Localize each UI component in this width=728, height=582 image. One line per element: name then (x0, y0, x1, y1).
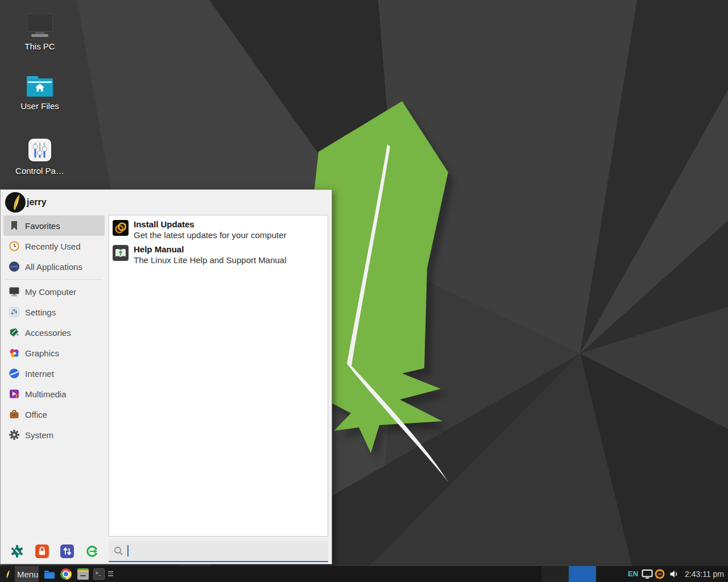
clock[interactable]: 2:43:11 pm (685, 566, 724, 582)
terminal-launcher[interactable]: >_ (93, 568, 105, 580)
keyboard-layout-indicator[interactable]: EN (628, 566, 638, 582)
sidebar-item-multimedia[interactable]: Multimedia (3, 384, 105, 404)
desktop-icon-label: Control Pa… (3, 166, 76, 176)
sidebar-item-label: All Applications (25, 262, 82, 272)
help-manual-icon (113, 245, 129, 261)
sidebar-item-graphics[interactable]: Graphics (3, 343, 105, 363)
sidebar-separator (6, 279, 102, 280)
graphics-icon (9, 347, 20, 359)
sidebar-item-label: Accessories (25, 328, 71, 338)
app-subtitle: Get the latest updates for your computer (134, 230, 286, 240)
taskbar: Menu >_ EN (0, 566, 728, 582)
briefcase-icon (9, 409, 20, 420)
lock-icon (35, 544, 49, 558)
menu-apps-panel: Install Updates Get the latest updates f… (109, 215, 328, 537)
volume-tray-icon[interactable] (669, 569, 679, 579)
archive-launcher[interactable] (77, 568, 89, 580)
chrome-launcher[interactable] (60, 568, 72, 580)
taskbar-menu-button[interactable]: Menu (0, 566, 39, 582)
sidebar-item-system[interactable]: System (3, 425, 105, 445)
sidebar-item-label: Multimedia (25, 389, 67, 399)
internet-globe-icon (9, 368, 20, 379)
settings-manager-button[interactable] (10, 544, 24, 558)
gear-icon (9, 429, 20, 440)
sidebar-item-label: System (25, 430, 53, 440)
desktop-icon-this-pc[interactable]: This PC (3, 14, 76, 51)
settings-manager-gear-icon (10, 544, 24, 558)
app-menu-window: jerry Favorites Recently Used All Applic… (0, 189, 332, 564)
linuxlite-feather-icon (5, 192, 26, 213)
sidebar-item-internet[interactable]: Internet (3, 363, 105, 384)
sidebar-item-label: Recently Used (25, 242, 81, 251)
file-cabinet-icon (80, 575, 86, 576)
desktop-icon-label: User Files (3, 101, 76, 111)
sidebar-item-favorites[interactable]: Favorites (3, 215, 105, 236)
control-panel-icon (28, 139, 51, 161)
sidebar-item-label: My Computer (25, 287, 76, 297)
up-down-arrows-icon (60, 544, 74, 558)
app-title: Install Updates (134, 219, 286, 230)
sidebar-item-my-computer[interactable]: My Computer (3, 281, 105, 302)
lock-screen-button[interactable] (35, 544, 49, 558)
sidebar-item-label: Settings (25, 307, 56, 317)
display-tray-icon[interactable] (642, 569, 653, 579)
sidebar-item-accessories[interactable]: Accessories (3, 322, 105, 343)
sidebar-item-recently-used[interactable]: Recently Used (3, 236, 105, 256)
sidebar-item-settings[interactable]: Settings (3, 302, 105, 322)
all-apps-icon (9, 261, 20, 272)
menu-search-input[interactable] (109, 541, 328, 562)
desktop-icon-control-panel[interactable]: Control Pa… (3, 139, 76, 176)
sidebar-item-office[interactable]: Office (3, 404, 105, 425)
workspace-2-active[interactable] (569, 566, 596, 582)
workspace-1[interactable] (541, 566, 569, 582)
window-list-handle[interactable] (108, 571, 113, 577)
computer-icon (9, 286, 20, 297)
accessories-icon (9, 327, 20, 338)
linuxlite-feather-icon (0, 566, 15, 582)
app-item-install-updates[interactable]: Install Updates Get the latest updates f… (113, 218, 324, 243)
app-subtitle: The Linux Lite Help and Support Manual (134, 255, 287, 265)
bookmark-icon (9, 220, 20, 231)
folder-icon (43, 568, 55, 580)
multimedia-icon (9, 388, 20, 400)
desktop-icon-user-files[interactable]: User Files (3, 76, 76, 111)
sidebar-item-label: Office (25, 410, 47, 419)
sidebar-item-label: Favorites (25, 221, 60, 231)
user-avatar[interactable] (5, 192, 26, 213)
logout-arrow-icon (85, 544, 99, 558)
switch-user-button[interactable] (60, 544, 74, 558)
install-updates-icon (113, 220, 129, 236)
sidebar-item-label: Internet (25, 369, 54, 379)
home-folder-icon (27, 76, 53, 97)
clock-icon (9, 240, 20, 252)
sidebar-item-all-applications[interactable]: All Applications (3, 256, 105, 277)
desktop-icon-label: This PC (3, 41, 76, 51)
user-name: jerry (27, 190, 47, 215)
file-manager-launcher[interactable] (43, 568, 55, 580)
updates-tray-icon[interactable] (654, 568, 665, 580)
settings-sliders-icon (9, 306, 20, 318)
text-caret (127, 545, 129, 556)
this-pc-icon (3, 14, 76, 37)
app-item-help-manual[interactable]: Help Manual The Linux Lite Help and Supp… (113, 243, 324, 268)
search-icon (114, 546, 123, 556)
log-out-button[interactable] (85, 544, 99, 558)
menu-button-label: Menu (17, 569, 39, 579)
app-title: Help Manual (134, 244, 287, 255)
sidebar-item-label: Graphics (25, 348, 59, 358)
